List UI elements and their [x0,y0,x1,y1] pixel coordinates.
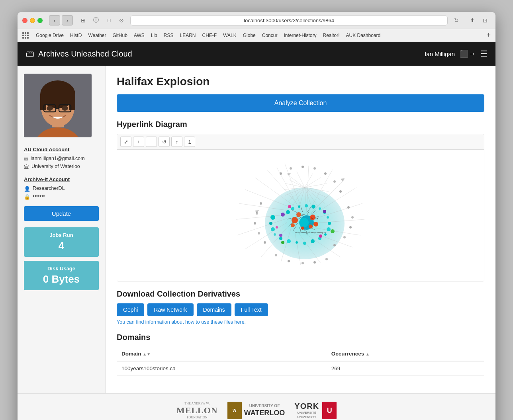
lock-icon: 🔒 [24,194,30,200]
svg-point-95 [298,205,300,208]
analyze-collection-button[interactable]: Analyze Collection [117,94,484,112]
user-icon: 👤 [24,186,30,192]
svg-point-78 [269,222,272,225]
disk-usage-label: Disk Usage [29,266,94,272]
bookmark-google-drive[interactable]: Google Drive [33,32,66,39]
jobs-run-value: 4 [29,240,94,252]
svg-point-90 [327,216,329,219]
occurrences-cell: 269 [327,361,484,376]
domains-table: Domain ▲▼ Occurrences ▲ 100year [117,347,484,376]
archive-it-account-link[interactable]: Archive-It Account [24,176,99,182]
new-tab-icon[interactable]: ⊡ [480,15,491,25]
institution-icon: 🏛 [24,164,29,170]
jobs-run-card: Jobs Run 4 [24,227,99,257]
bookmark-auk-dashboard[interactable]: AUK Dashboard [344,32,383,39]
minimize-button[interactable] [30,18,35,23]
svg-marker-140 [287,173,291,176]
diagram-up-button[interactable]: ↑ [171,137,182,147]
svg-point-129 [275,254,277,256]
app-footer: THE ANDREW W. MELLON FOUNDATION W UNIVER… [18,393,495,420]
diagram-zoom-in-button[interactable]: + [133,137,144,147]
domain-column-header[interactable]: Domain ▲▼ [117,347,327,361]
bookmark-concur[interactable]: Concur [260,32,280,39]
diagram-one-button[interactable]: 1 [184,137,195,147]
svg-point-136 [339,190,342,193]
bookmark-chef[interactable]: CHE-F [200,32,219,39]
svg-point-89 [328,222,331,225]
update-button[interactable]: Update [24,206,99,221]
york-sub1: UNIVERSITÉ [294,411,319,415]
download-gephi-button[interactable]: Gephi [117,303,144,316]
url-bar[interactable]: localhost:3000/users/2/collections/9864 [130,16,448,25]
bookmark-weather[interactable]: Weather [86,32,108,39]
bookmark-lib[interactable]: Lib [149,32,160,39]
email-icon: ✉ [24,156,28,162]
sidebar: AU Cloud Account ✉ ianmilligan1@gmail.co… [18,66,105,393]
svg-point-82 [287,239,291,243]
browser-window: ‹ › ⊞ ⓘ □ ⊙ localhost:3000/users/2/colle… [18,12,495,420]
back-button[interactable]: ‹ [49,15,60,25]
svg-point-92 [319,207,321,210]
bookmark-github[interactable]: GitHub [110,32,130,39]
download-full-text-button[interactable]: Full Text [235,303,268,316]
domains-section: Domains Domain ▲▼ Occurrences ▲ [117,333,484,376]
york-logo: YORK UNIVERSITÉ UNIVERSITY U [294,402,337,419]
hyperlink-diagram: ⤢ + − ↺ ↑ 1 [117,134,484,281]
bookmark-globe[interactable]: Globe [241,32,258,39]
svg-point-94 [305,204,308,207]
user-name-label: Ian Milligan [425,51,455,57]
svg-point-118 [258,232,260,234]
menu-icon[interactable]: ☰ [480,49,488,59]
share-icon[interactable]: ⬆ [467,15,478,25]
au-cloud-account-link[interactable]: AU Cloud Account [24,147,99,152]
svg-marker-141 [341,178,345,182]
svg-point-119 [264,241,266,244]
svg-line-13 [289,176,305,188]
occurrences-sort-icon: ▲ [366,352,370,356]
waterloo-line2: WATERLOO [244,408,285,418]
svg-point-10 [47,106,53,111]
svg-point-77 [270,215,275,220]
waterloo-logo: W UNIVERSITY OF WATERLOO [227,402,285,419]
close-button[interactable] [22,18,27,23]
add-bookmark-icon[interactable]: + [486,31,491,39]
svg-point-122 [349,226,352,229]
diagram-zoom-out-button[interactable]: − [146,137,157,147]
york-text: YORK [294,402,319,411]
occurrences-column-header[interactable]: Occurrences ▲ [327,347,484,361]
jobs-run-label: Jobs Run [29,232,94,238]
network-graph: hrf.ca halifaxtoday.ca halifaxtoday.ca [225,156,376,275]
hyperlink-diagram-title: Hyperlink Diagram [117,120,484,129]
password-row: 🔒 ••••••• [24,193,99,200]
reader-mode-icon[interactable]: ⓘ [90,15,102,25]
footer-logos: THE ANDREW W. MELLON FOUNDATION W UNIVER… [25,402,488,419]
maximize-button[interactable] [37,18,43,23]
mellon-line2: MELLON [176,405,218,416]
sidebar-toggle-icon[interactable]: ⊞ [78,15,89,25]
download-buttons-group: Gephi Raw Network Domains Full Text [117,303,484,316]
download-info-link[interactable]: You can find information about how to us… [117,319,484,325]
diagram-expand-button[interactable]: ⤢ [120,137,131,147]
svg-point-85 [311,239,315,243]
bookmark-page-icon[interactable]: □ [103,15,114,25]
logout-icon[interactable]: ⬛→ [460,49,476,58]
bookmark-rss[interactable]: RSS [161,32,176,39]
bookmark-learn[interactable]: LEARN [177,32,198,39]
bookmark-histd[interactable]: HistD [68,32,84,39]
bookmark-internet-history[interactable]: Internet-History [281,32,319,39]
svg-point-133 [313,167,316,170]
camera-icon[interactable]: ⊙ [116,15,127,25]
username-value: ResearcherDL [33,186,65,191]
bookmark-aws[interactable]: AWS [131,32,147,39]
forward-button[interactable]: › [62,15,73,25]
diagram-refresh-button[interactable]: ↺ [159,137,170,147]
download-raw-network-button[interactable]: Raw Network [147,303,193,316]
download-domains-button[interactable]: Domains [197,303,231,316]
email-row: ✉ ianmilligan1@gmail.com [24,156,99,162]
bookmark-realtor[interactable]: Realtor! [320,32,342,39]
svg-point-117 [254,222,256,225]
bookmark-walk[interactable]: WALK [221,32,239,39]
reload-button[interactable]: ↻ [451,15,462,25]
collection-title: Halifax Explosion [117,75,484,88]
apps-grid-icon[interactable] [22,32,29,39]
